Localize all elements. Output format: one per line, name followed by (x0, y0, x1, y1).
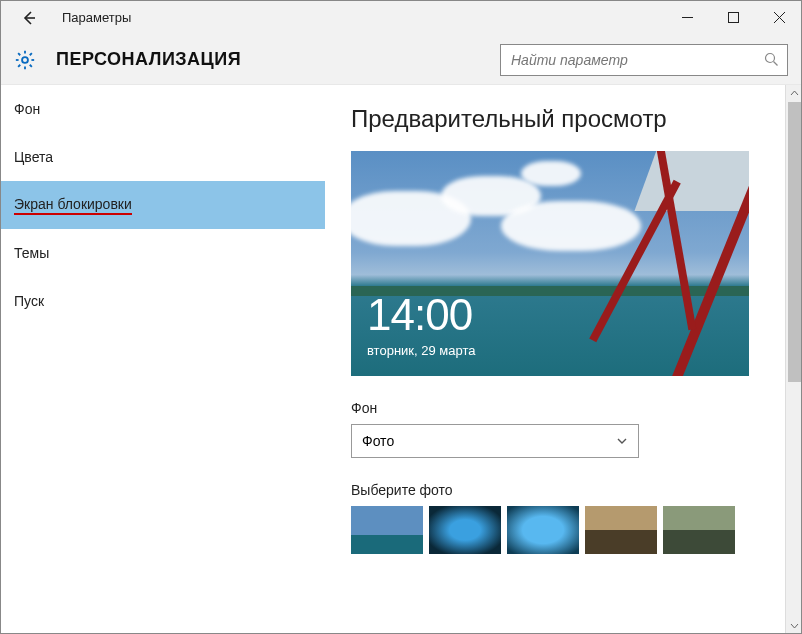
photo-thumb[interactable] (351, 506, 423, 554)
sidebar-item-label: Цвета (14, 149, 53, 165)
scroll-down-button[interactable] (786, 617, 802, 634)
scroll-up-button[interactable] (786, 85, 802, 102)
content-pane: Предварительный просмотр 14:00 вторник, … (325, 85, 802, 634)
window-controls (664, 0, 802, 35)
search-input[interactable] (511, 52, 764, 68)
sidebar-item-colors[interactable]: Цвета (0, 133, 325, 181)
body: Фон Цвета Экран блокировки Темы Пуск Пре… (0, 85, 802, 634)
preview-cloud (501, 201, 641, 251)
app-title: Параметры (62, 10, 131, 25)
chevron-down-icon (790, 621, 799, 630)
svg-point-2 (766, 54, 775, 63)
background-dropdown[interactable]: Фото (351, 424, 639, 458)
back-arrow-icon (20, 9, 38, 27)
close-button[interactable] (756, 0, 802, 35)
choose-photo-label: Выберите фото (351, 482, 782, 498)
search-box[interactable] (500, 44, 788, 76)
maximize-icon (728, 12, 739, 23)
sidebar-item-lockscreen[interactable]: Экран блокировки (0, 181, 325, 229)
sidebar-item-themes[interactable]: Темы (0, 229, 325, 277)
chevron-up-icon (790, 89, 799, 98)
preview-heading: Предварительный просмотр (351, 105, 782, 133)
photo-thumb[interactable] (507, 506, 579, 554)
chevron-down-icon (616, 435, 628, 447)
maximize-button[interactable] (710, 0, 756, 35)
search-icon (764, 52, 779, 67)
photo-thumb[interactable] (663, 506, 735, 554)
lock-date: вторник, 29 марта (367, 343, 475, 358)
sidebar-item-label: Фон (14, 101, 40, 117)
minimize-button[interactable] (664, 0, 710, 35)
preview-cloud (521, 161, 581, 186)
back-button[interactable] (14, 3, 44, 33)
lock-time: 14:00 (367, 290, 472, 340)
titlebar: Параметры (0, 0, 802, 35)
photo-thumbnails (351, 506, 782, 554)
minimize-icon (682, 12, 693, 23)
svg-rect-0 (728, 13, 738, 23)
photo-thumb[interactable] (429, 506, 501, 554)
sidebar-item-start[interactable]: Пуск (0, 277, 325, 325)
sidebar-item-label: Пуск (14, 293, 44, 309)
vertical-scrollbar[interactable] (785, 85, 802, 634)
photo-thumb[interactable] (585, 506, 657, 554)
dropdown-value: Фото (362, 433, 394, 449)
close-icon (774, 12, 785, 23)
sidebar-item-label: Темы (14, 245, 49, 261)
gear-icon (14, 49, 36, 71)
header: ПЕРСОНАЛИЗАЦИЯ (0, 35, 802, 85)
svg-point-1 (22, 57, 28, 63)
background-label: Фон (351, 400, 782, 416)
sidebar: Фон Цвета Экран блокировки Темы Пуск (0, 85, 325, 634)
scroll-thumb[interactable] (788, 102, 801, 382)
lockscreen-preview: 14:00 вторник, 29 марта (351, 151, 749, 376)
sidebar-item-background[interactable]: Фон (0, 85, 325, 133)
sidebar-item-label: Экран блокировки (14, 196, 132, 215)
category-title: ПЕРСОНАЛИЗАЦИЯ (56, 49, 241, 70)
